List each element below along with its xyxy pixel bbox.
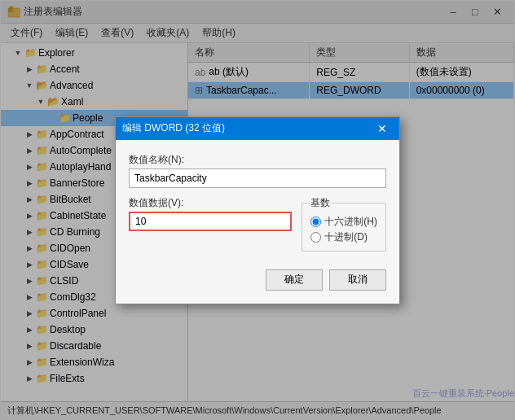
edit-dword-dialog: 编辑 DWORD (32 位值) ✕ 数值名称(N): 数值数据(V):	[115, 116, 400, 304]
base-col: 基数 十六进制(H) 十进制(D)	[302, 196, 386, 252]
name-label: 数值名称(N):	[129, 153, 386, 167]
value-label: 数值数据(V):	[129, 196, 292, 210]
hex-radio[interactable]	[310, 217, 321, 227]
ok-button[interactable]: 确定	[266, 269, 323, 291]
dec-radio-row[interactable]: 十进制(D)	[310, 230, 377, 244]
value-input[interactable]	[129, 212, 292, 231]
hex-radio-row[interactable]: 十六进制(H)	[310, 215, 377, 229]
value-col: 数值数据(V):	[129, 196, 292, 231]
dialog-title-bar: 编辑 DWORD (32 位值) ✕	[116, 117, 399, 140]
dec-label: 十进制(D)	[324, 230, 368, 244]
dec-radio[interactable]	[310, 232, 321, 243]
name-field-group: 数值名称(N):	[129, 153, 386, 188]
cancel-button[interactable]: 取消	[329, 269, 386, 291]
dialog-close-button[interactable]: ✕	[372, 118, 393, 139]
dialog-body: 数值名称(N): 数值数据(V): 基数	[116, 140, 399, 265]
dialog-buttons: 确定 取消	[116, 265, 399, 304]
base-legend: 基数	[310, 196, 330, 210]
value-base-row: 数值数据(V): 基数 十六进制(H)	[129, 196, 386, 252]
name-input[interactable]	[129, 168, 386, 188]
hex-label: 十六进制(H)	[324, 215, 377, 229]
modal-overlay: 编辑 DWORD (32 位值) ✕ 数值名称(N): 数值数据(V):	[1, 1, 514, 419]
dialog-title: 编辑 DWORD (32 位值)	[122, 121, 372, 135]
main-window: 注册表编辑器 – □ ✕ 文件(F) 编辑(E) 查看(V) 收藏夹(A) 帮助…	[0, 0, 515, 420]
